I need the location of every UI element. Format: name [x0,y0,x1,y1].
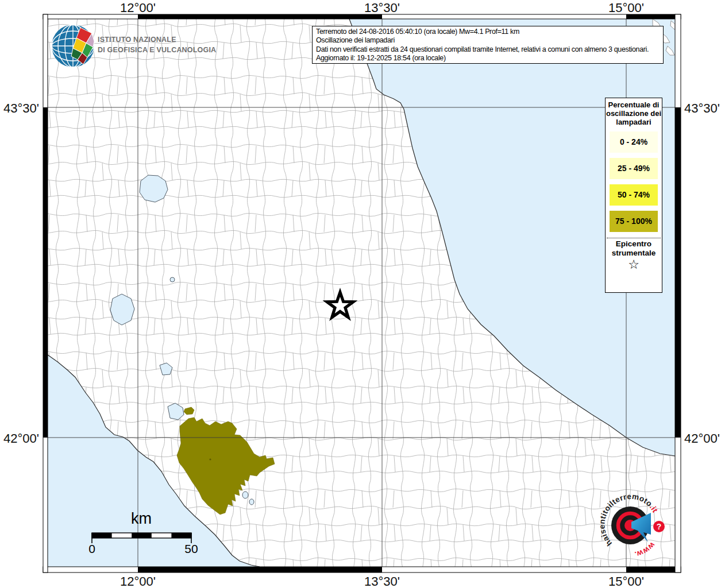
legend-divider [607,238,661,238]
lon-label-bottom-12: 12°00' [120,574,156,588]
lon-label-top-12: 12°00' [120,1,156,16]
legend-item-0-24: 0 - 24% [610,131,658,153]
legend-star-icon: ☆ [606,258,662,272]
lake-albano [242,492,248,498]
lon-label-bottom-15: 15°00' [608,574,644,588]
map-subject: Oscillazione dei lampadari [316,36,660,45]
lake-bolsena [110,294,134,325]
scalebar-end-label: 50 [184,542,198,556]
data-disclaimer: Dati non verificati estratti da 24 quest… [316,45,660,54]
legend-item-50-74: 50 - 74% [610,184,658,206]
logo-question-mark: ? [657,522,662,531]
lon-label-top-1330: 13°30' [364,1,400,16]
ingv-name-line2: DI GEOFISICA E VULCANOLOGIA [98,46,216,54]
legend: Percentuale di oscillazione dei lampadar… [605,98,662,293]
map-canvas: ? haisentitoilterremoto.it www. [0,0,721,588]
event-title: Terremoto del 24-08-2016 05:40:10 (ora l… [316,28,660,36]
legend-epicenter-label: Epicentro strumentale [606,239,662,258]
update-timestamp: Aggiornato il: 19-12-2025 18:54 (ora loc… [316,54,660,63]
ingv-name-line1: ISTITUTO NAZIONALE [98,36,176,44]
event-info-box: Terremoto del 24-08-2016 05:40:10 (ora l… [312,26,664,64]
lon-label-bottom-1330: 13°30' [364,574,400,588]
legend-item-75-100: 75 - 100% [610,211,658,232]
legend-item-25-49: 25 - 49% [610,158,658,179]
lat-label-right-42: 42°00' [684,431,720,446]
lake-small [170,277,175,282]
scalebar-start-label: 0 [88,542,95,556]
lat-label-left-4330: 43°30' [0,101,39,116]
ingv-logo: ISTITUTO NAZIONALE DI GEOFISICA E VULCAN… [51,24,240,70]
lat-label-left-42: 42°00' [0,431,39,446]
legend-title: Percentuale di oscillazione dei lampadar… [606,98,662,126]
map-page: ? haisentitoilterremoto.it www. [0,0,721,588]
lat-label-right-4330: 43°30' [684,101,720,116]
lon-label-top-15: 15°00' [608,1,644,16]
lake-nemi [249,499,254,505]
scalebar-unit-label: km [131,510,152,528]
